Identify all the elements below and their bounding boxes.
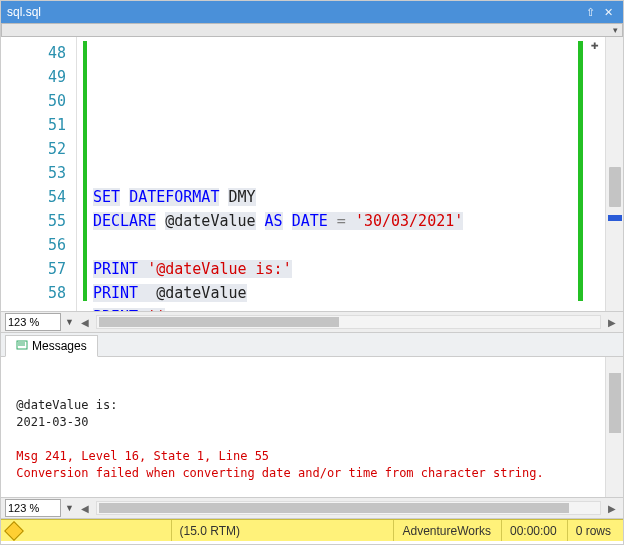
change-indicator-left bbox=[83, 41, 87, 301]
status-server-version: (15.0 RTM) bbox=[171, 520, 248, 541]
messages-vertical-scrollbar[interactable] bbox=[605, 357, 623, 497]
message-line bbox=[9, 482, 615, 497]
scroll-left-arrow[interactable]: ◀ bbox=[78, 317, 92, 328]
code-line[interactable]: PRINT '@dateValue is:' bbox=[93, 257, 605, 281]
code-editor[interactable]: 4849505152535455565758 ✚ SET DATEFORMAT … bbox=[1, 37, 623, 311]
line-number: 52 bbox=[1, 137, 66, 161]
code-line[interactable]: PRINT '' bbox=[93, 305, 605, 311]
split-editor-icon[interactable]: ✚ bbox=[587, 37, 603, 53]
document-tab-title[interactable]: sql.sql bbox=[7, 5, 41, 19]
line-number: 48 bbox=[1, 41, 66, 65]
window-options-dropdown[interactable]: ▾ bbox=[1, 23, 623, 37]
message-line bbox=[9, 431, 615, 448]
zoom-level-input[interactable] bbox=[5, 313, 61, 331]
change-indicator-right bbox=[578, 41, 583, 301]
message-line: 2021-03-30 bbox=[9, 414, 615, 431]
messages-icon bbox=[16, 340, 28, 352]
scrollbar-thumb[interactable] bbox=[609, 167, 621, 207]
editor-vertical-scrollbar[interactable] bbox=[605, 37, 623, 311]
zoom-level-input[interactable] bbox=[5, 499, 61, 517]
message-line: @dateValue is: bbox=[9, 397, 615, 414]
close-icon[interactable]: ✕ bbox=[599, 6, 617, 19]
code-line[interactable]: DECLARE @dateValue AS DATE = '30/03/2021… bbox=[93, 209, 605, 233]
messages-horizontal-scrollbar[interactable] bbox=[96, 501, 601, 515]
code-content[interactable]: ✚ SET DATEFORMAT DMYDECLARE @dateValue A… bbox=[77, 37, 605, 311]
status-rowcount: 0 rows bbox=[567, 520, 619, 541]
scroll-right-arrow[interactable]: ▶ bbox=[605, 317, 619, 328]
line-number: 51 bbox=[1, 113, 66, 137]
results-tabstrip: Messages bbox=[1, 333, 623, 357]
scrollbar-thumb[interactable] bbox=[99, 503, 569, 513]
code-line[interactable] bbox=[93, 161, 605, 185]
messages-panel[interactable]: @dateValue is: 2021-03-30 Msg 241, Level… bbox=[1, 357, 623, 497]
status-elapsed: 00:00:00 bbox=[501, 520, 565, 541]
statusbar: (15.0 RTM) AdventureWorks 00:00:00 0 row… bbox=[1, 519, 623, 541]
line-number: 49 bbox=[1, 65, 66, 89]
messages-footer-row: ▼ ◀ ▶ bbox=[1, 497, 623, 519]
line-number: 57 bbox=[1, 257, 66, 281]
line-number: 56 bbox=[1, 233, 66, 257]
editor-horizontal-scrollbar[interactable] bbox=[96, 315, 601, 329]
code-line[interactable]: PRINT @dateValue bbox=[93, 281, 605, 305]
line-number: 58 bbox=[1, 281, 66, 305]
line-number: 55 bbox=[1, 209, 66, 233]
warning-icon[interactable] bbox=[4, 521, 24, 541]
titlebar: sql.sql ⇧ ✕ bbox=[1, 1, 623, 23]
line-number: 50 bbox=[1, 89, 66, 113]
line-number: 53 bbox=[1, 161, 66, 185]
scrollbar-thumb[interactable] bbox=[99, 317, 339, 327]
editor-footer-row: ▼ ◀ ▶ bbox=[1, 311, 623, 333]
chevron-down-icon[interactable]: ▼ bbox=[65, 317, 74, 327]
scroll-right-arrow[interactable]: ▶ bbox=[605, 503, 619, 514]
line-number-gutter: 4849505152535455565758 bbox=[1, 37, 77, 311]
tab-messages-label: Messages bbox=[32, 339, 87, 353]
code-line[interactable]: SET DATEFORMAT DMY bbox=[93, 185, 605, 209]
status-database: AdventureWorks bbox=[393, 520, 498, 541]
error-message-line: Msg 241, Level 16, State 1, Line 55 bbox=[9, 448, 615, 465]
scroll-left-arrow[interactable]: ◀ bbox=[78, 503, 92, 514]
caret-position-marker bbox=[608, 215, 622, 221]
code-line[interactable] bbox=[93, 233, 605, 257]
pin-icon[interactable]: ⇧ bbox=[581, 6, 599, 19]
scrollbar-thumb[interactable] bbox=[609, 373, 621, 433]
chevron-down-icon[interactable]: ▼ bbox=[65, 503, 74, 513]
tab-messages[interactable]: Messages bbox=[5, 335, 98, 357]
error-message-line: Conversion failed when converting date a… bbox=[9, 465, 615, 482]
line-number: 54 bbox=[1, 185, 66, 209]
